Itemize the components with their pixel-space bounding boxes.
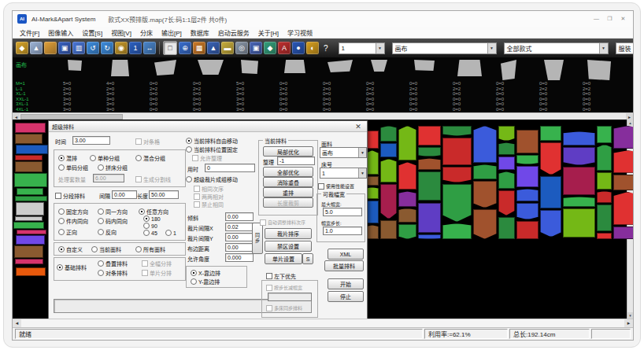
menu-item-7[interactable]: 启动云服务	[218, 28, 250, 37]
menu-item-6[interactable]: 数据库	[191, 28, 209, 37]
marker-piece[interactable]	[442, 223, 472, 239]
dialog-close-icon[interactable]: ✕	[353, 122, 364, 131]
marker-piece[interactable]	[498, 126, 515, 141]
menu-item-8[interactable]: 关于[H]	[258, 28, 279, 37]
marker-piece[interactable]	[418, 171, 441, 201]
marker-piece[interactable]	[16, 145, 49, 154]
marker-piece[interactable]	[613, 227, 633, 239]
marker-piece[interactable]	[563, 197, 595, 206]
zoom-icon[interactable]: ◉	[115, 42, 128, 54]
marker-piece[interactable]	[613, 192, 633, 225]
piece-sort-button[interactable]: 裁片排序	[265, 228, 312, 239]
mode-single-size-radio[interactable]: 单码分组	[58, 164, 88, 171]
bottom-left-first-check[interactable]: 左下优先	[266, 272, 296, 280]
marker-piece[interactable]	[597, 204, 612, 231]
save-icon[interactable]: ▣	[58, 42, 71, 54]
marker-piece[interactable]	[498, 217, 515, 239]
marker-piece[interactable]	[473, 209, 497, 238]
angle-input[interactable]: 0.000	[225, 253, 254, 262]
max-width-input[interactable]: 5.0	[323, 208, 362, 216]
marker-piece[interactable]	[498, 142, 515, 154]
marker-piece[interactable]	[473, 181, 497, 208]
batch-nest-button[interactable]: 批量排料	[324, 260, 364, 271]
scope-current-fabric-radio[interactable]: 当前面料	[91, 245, 121, 253]
local-optimize-button[interactable]: 局部优化	[263, 146, 313, 157]
marker-piece[interactable]	[15, 123, 46, 133]
mode-blend-radio[interactable]: 混合分组	[135, 154, 165, 162]
marker-piece[interactable]	[398, 224, 416, 239]
menu-item-5[interactable]: 输出[P]	[161, 28, 182, 37]
marker-piece[interactable]	[418, 126, 441, 146]
marker-piece[interactable]	[418, 158, 441, 170]
angle-90-radio[interactable]: 90	[143, 223, 157, 229]
marker-piece[interactable]	[17, 230, 46, 234]
gap-y-input[interactable]: 0.00	[225, 233, 254, 241]
marker-piece[interactable]	[442, 184, 472, 222]
stripe-check[interactable]: 对条格	[135, 138, 160, 146]
redo-icon[interactable]: ↻	[101, 42, 113, 54]
minimize-button[interactable]: —	[591, 16, 601, 22]
marker-piece[interactable]	[16, 235, 45, 245]
forbidden-zone-button[interactable]: 禁区设置	[265, 241, 312, 252]
pattern-piece-thumb[interactable]	[198, 60, 224, 75]
open-folder-icon[interactable]	[44, 42, 57, 54]
marker-piece[interactable]	[473, 164, 497, 179]
arrow-up-icon[interactable]: ▲	[207, 42, 220, 54]
package-icon[interactable]: ▣	[250, 42, 262, 54]
marker-piece[interactable]	[540, 210, 561, 238]
marker-piece[interactable]	[442, 167, 472, 183]
pattern-piece-thumb[interactable]	[501, 60, 516, 80]
undo-icon[interactable]: ↺	[87, 42, 99, 54]
marker-piece[interactable]	[516, 166, 539, 187]
marker-piece[interactable]	[540, 142, 561, 175]
gap-x-input[interactable]: 0.02	[225, 223, 254, 231]
marker-piece[interactable]	[473, 126, 497, 163]
angle-45-radio[interactable]: 45	[143, 230, 157, 236]
marker-piece[interactable]	[15, 161, 43, 172]
start-button[interactable]: 开始	[328, 278, 364, 289]
marker-piece[interactable]	[516, 130, 539, 153]
marker-piece[interactable]	[15, 196, 47, 201]
marker-piece[interactable]	[15, 155, 43, 160]
pattern-piece-thumb[interactable]	[241, 60, 258, 74]
menu-item-3[interactable]: 视图[V]	[111, 28, 131, 37]
marker-piece[interactable]	[498, 171, 515, 189]
marker-piece[interactable]	[17, 188, 44, 195]
marker-piece[interactable]	[398, 191, 416, 206]
marker-piece[interactable]	[498, 157, 515, 171]
view-mode-combo[interactable]: 服装▼	[616, 42, 634, 54]
measure-icon[interactable]: ↔	[143, 42, 156, 54]
maximize-button[interactable]: ❐	[605, 16, 615, 22]
mode-bed-group-radio[interactable]: 拼床分组	[98, 164, 128, 171]
chevron-down-icon[interactable]: ▼	[487, 43, 496, 53]
marker-piece[interactable]	[613, 126, 633, 149]
dialog-title-bar[interactable]: 超级排料 ✕	[49, 121, 367, 132]
marker-piece[interactable]	[380, 184, 397, 219]
marker-canvas[interactable]: ▴ ▾ 超级排料 ✕ 时间 3.00 对条格 混排 单种分组 混合分组 单码分组…	[13, 120, 633, 319]
mode-mix-radio[interactable]: 混排	[58, 154, 77, 162]
marker-piece[interactable]	[14, 173, 46, 187]
scroll-right-icon[interactable]: ▸	[624, 319, 633, 327]
marker-piece[interactable]	[15, 259, 43, 264]
marker-piece[interactable]	[418, 203, 441, 233]
scope-all-fabric-radio[interactable]: 所有面料	[135, 245, 165, 253]
marker-piece[interactable]	[16, 202, 43, 216]
adjust-input[interactable]: -1	[277, 157, 315, 165]
marker-piece[interactable]	[380, 159, 397, 182]
clock-icon[interactable]: ◐	[306, 42, 319, 54]
mark-tool-icon[interactable]: ◆	[16, 42, 28, 54]
stop-button[interactable]: 停止	[328, 291, 364, 302]
segment-gap-input[interactable]: 0.00	[112, 190, 137, 199]
marker-piece[interactable]	[516, 221, 539, 239]
marker-piece[interactable]	[442, 138, 472, 165]
sheet-icon[interactable]: □	[163, 41, 177, 55]
strip-icon[interactable]: ▬	[221, 42, 234, 54]
renest-button[interactable]: 重排	[263, 187, 313, 197]
help-icon[interactable]: ?	[324, 44, 328, 53]
globe-icon[interactable]: ●	[292, 42, 305, 54]
new-window-icon[interactable]: ▥	[72, 42, 85, 54]
marker-piece[interactable]	[563, 131, 595, 146]
dir-reverse-radio[interactable]: 反向	[98, 228, 117, 236]
marker-piece[interactable]	[597, 172, 612, 190]
one-to-one-icon[interactable]: 1	[129, 42, 142, 54]
